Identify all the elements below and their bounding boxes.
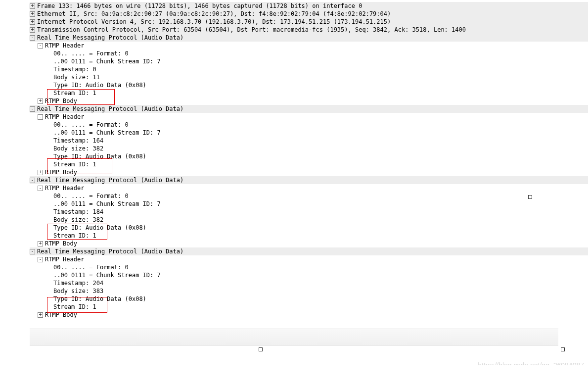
rtmp-section-header[interactable]: - Real Time Messaging Protocol (Audio Da… [30,176,588,184]
expand-icon[interactable]: + [38,312,43,318]
field-stream-id[interactable]: Stream ID: 1 [53,160,588,168]
field-format[interactable]: 00.. .... = Format: 0 [53,49,588,57]
field-format[interactable]: 00.. .... = Format: 0 [53,121,588,129]
rtmp-body-row[interactable]: + RTMP Body [38,240,588,247]
artifact-icon [259,347,263,351]
rtmp-body-label: RTMP Body [45,240,77,247]
field-body-size[interactable]: Body size: 11 [53,73,588,81]
rtmp-body-label: RTMP Body [45,311,77,319]
field-stream-id[interactable]: Stream ID: 1 [53,232,588,240]
field-stream-id[interactable]: Stream ID: 1 [53,303,588,311]
collapse-icon[interactable]: - [38,257,43,262]
field-timestamp[interactable]: Timestamp: 204 [53,279,588,287]
ethernet-summary-text: Ethernet II, Src: 0a:9a:c8:2c:90:27 (0a:… [37,10,391,18]
expand-icon[interactable]: + [38,241,43,246]
field-stream-id[interactable]: Stream ID: 1 [53,89,588,97]
tcp-summary-text: Transmission Control Protocol, Src Port:… [37,26,466,34]
collapse-icon[interactable]: - [30,35,35,41]
expand-icon[interactable]: + [30,11,35,17]
artifact-icon [528,195,532,199]
field-csid[interactable]: ..00 0111 = Chunk Stream ID: 7 [53,200,588,208]
ip-summary-text: Internet Protocol Version 4, Src: 192.16… [37,18,391,26]
field-format[interactable]: 00.. .... = Format: 0 [53,263,588,271]
rtmp-section-header[interactable]: - Real Time Messaging Protocol (Audio Da… [30,105,588,113]
expand-icon[interactable]: + [30,19,35,25]
collapse-icon[interactable]: - [30,106,35,112]
frame-summary-row[interactable]: + Frame 133: 1466 bytes on wire (11728 b… [30,2,588,10]
rtmp-header-label: RTMP Header [45,42,84,49]
field-type-id[interactable]: Type ID: Audio Data (0x08) [53,224,588,232]
rtmp-body-label: RTMP Body [45,97,77,105]
field-type-id[interactable]: Type ID: Audio Data (0x08) [53,152,588,160]
field-type-id[interactable]: Type ID: Audio Data (0x08) [53,81,588,89]
ip-summary-row[interactable]: + Internet Protocol Version 4, Src: 192.… [30,18,588,26]
collapse-icon[interactable]: - [38,43,43,49]
field-format[interactable]: 00.. .... = Format: 0 [53,192,588,200]
rtmp-section-header[interactable]: - Real Time Messaging Protocol (Audio Da… [30,34,588,42]
field-csid[interactable]: ..00 0111 = Chunk Stream ID: 7 [53,271,588,279]
bottom-empty-panel [30,329,558,345]
field-timestamp[interactable]: Timestamp: 0 [53,65,588,73]
rtmp-section-title: Real Time Messaging Protocol (Audio Data… [37,247,183,255]
rtmp-header-label: RTMP Header [45,113,84,121]
rtmp-section-title: Real Time Messaging Protocol (Audio Data… [37,105,183,113]
rtmp-section-title: Real Time Messaging Protocol (Audio Data… [37,176,183,184]
rtmp-body-row[interactable]: + RTMP Body [38,311,588,319]
ethernet-summary-row[interactable]: + Ethernet II, Src: 0a:9a:c8:2c:90:27 (0… [30,10,588,18]
rtmp-section-title: Real Time Messaging Protocol (Audio Data… [37,34,183,42]
field-body-size[interactable]: Body size: 382 [53,145,588,152]
rtmp-body-row[interactable]: + RTMP Body [38,168,588,176]
rtmp-header-row[interactable]: - RTMP Header [38,113,588,121]
collapse-icon[interactable]: - [38,186,43,191]
expand-icon[interactable]: + [38,98,43,104]
rtmp-header-label: RTMP Header [45,184,84,192]
field-body-size[interactable]: Body size: 383 [53,287,588,295]
frame-summary-text: Frame 133: 1466 bytes on wire (11728 bit… [37,2,362,10]
collapse-icon[interactable]: - [30,178,35,183]
expand-icon[interactable]: + [30,27,35,33]
rtmp-header-row[interactable]: - RTMP Header [38,184,588,192]
collapse-icon[interactable]: - [30,249,35,254]
collapse-icon[interactable]: - [38,114,43,120]
packet-details-tree: + Frame 133: 1466 bytes on wire (11728 b… [0,0,588,319]
field-timestamp[interactable]: Timestamp: 164 [53,137,588,145]
rtmp-body-row[interactable]: + RTMP Body [38,97,588,105]
field-type-id[interactable]: Type ID: Audio Data (0x08) [53,295,588,303]
watermark-text: https://blog.csdn.net/qq_26984087 [478,361,584,365]
field-csid[interactable]: ..00 0111 = Chunk Stream ID: 7 [53,57,588,65]
tcp-summary-row[interactable]: + Transmission Control Protocol, Src Por… [30,26,588,34]
expand-icon[interactable]: + [38,170,43,175]
field-body-size[interactable]: Body size: 382 [53,216,588,224]
artifact-icon [561,347,565,351]
rtmp-body-label: RTMP Body [45,168,77,176]
rtmp-header-row[interactable]: - RTMP Header [38,42,588,49]
rtmp-header-row[interactable]: - RTMP Header [38,255,588,263]
rtmp-header-label: RTMP Header [45,255,84,263]
expand-icon[interactable]: + [30,3,35,9]
field-timestamp[interactable]: Timestamp: 184 [53,208,588,216]
field-csid[interactable]: ..00 0111 = Chunk Stream ID: 7 [53,129,588,137]
rtmp-section-header[interactable]: - Real Time Messaging Protocol (Audio Da… [30,247,588,255]
